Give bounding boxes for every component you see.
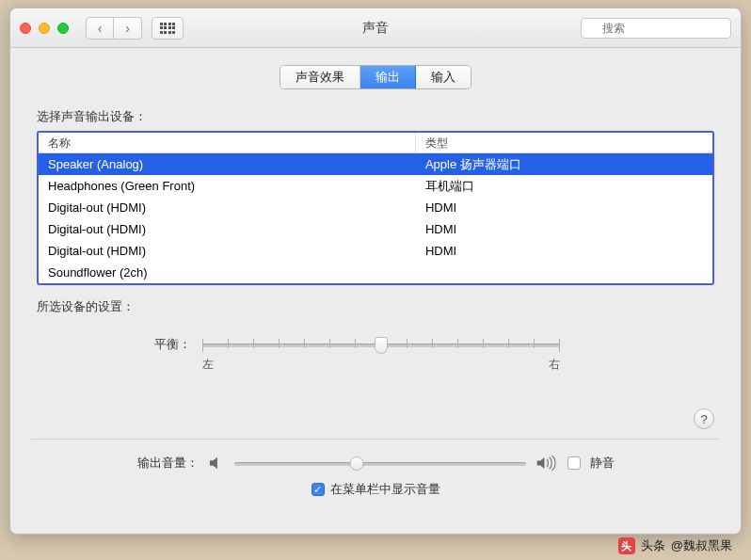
help-button[interactable]: ? [694, 408, 714, 429]
column-type[interactable]: 类型 [416, 133, 712, 152]
traffic-lights [20, 23, 69, 34]
column-name[interactable]: 名称 [39, 133, 416, 152]
chevron-left-icon: ‹ [98, 21, 103, 36]
maximize-button[interactable] [57, 23, 69, 34]
table-row[interactable]: Digital-out (HDMI) HDMI [39, 218, 712, 240]
slider-track [234, 462, 526, 466]
help-row: ? [37, 408, 714, 429]
balance-slider[interactable] [202, 336, 560, 353]
mute-checkbox[interactable] [567, 456, 581, 470]
sound-preferences-window: ‹ › 声音 声音效果 输出 输入 选择声音输出设备： 名称 类型 [9, 8, 742, 535]
minimize-button[interactable] [39, 23, 50, 34]
device-type: HDMI [416, 240, 712, 262]
device-name: Speaker (Analog) [39, 153, 416, 175]
volume-slider[interactable] [234, 455, 526, 472]
show-in-menubar-checkbox[interactable] [312, 483, 325, 496]
divider [31, 439, 720, 440]
table-row[interactable]: Digital-out (HDMI) HDMI [39, 197, 712, 218]
speaker-high-icon [535, 455, 558, 472]
tab-input[interactable]: 输入 [416, 66, 471, 88]
mute-label: 静音 [590, 455, 615, 472]
tab-segment: 声音效果 输出 输入 [280, 65, 471, 89]
balance-row: 平衡： [150, 336, 714, 353]
back-button[interactable]: ‹ [86, 17, 114, 40]
grid-icon [160, 23, 176, 34]
chevron-right-icon: › [125, 21, 130, 36]
balance-label: 平衡： [150, 336, 191, 353]
table-row[interactable]: Soundflower (2ch) [39, 262, 712, 283]
device-table: 名称 类型 Speaker (Analog) Apple 扬声器端口 Headp… [37, 131, 714, 285]
nav-buttons: ‹ › [86, 17, 142, 40]
device-type: 耳机端口 [416, 175, 712, 197]
table-row[interactable]: Speaker (Analog) Apple 扬声器端口 [39, 153, 712, 175]
titlebar: ‹ › 声音 [10, 8, 741, 48]
volume-row: 输出音量： 静音 [37, 455, 714, 472]
search-input[interactable] [581, 18, 731, 39]
device-name: Headphones (Green Front) [39, 175, 416, 197]
forward-button[interactable]: › [114, 17, 142, 40]
table-row[interactable]: Headphones (Green Front) 耳机端口 [39, 175, 712, 197]
show-all-button[interactable] [152, 17, 184, 40]
attribution-author: @魏叔黑果 [671, 537, 732, 554]
select-device-label: 选择声音输出设备： [37, 108, 714, 125]
device-type: HDMI [416, 218, 712, 240]
device-type [416, 262, 712, 283]
balance-right-label: 右 [549, 357, 560, 373]
tab-output[interactable]: 输出 [360, 66, 416, 88]
tab-sound-effects[interactable]: 声音效果 [280, 66, 360, 88]
close-button[interactable] [20, 23, 31, 34]
device-name: Digital-out (HDMI) [39, 218, 416, 240]
tabs: 声音效果 输出 输入 [37, 65, 714, 89]
volume-label: 输出音量： [137, 455, 199, 472]
balance-left-label: 左 [202, 357, 214, 373]
device-name: Digital-out (HDMI) [39, 197, 416, 218]
balance-thumb[interactable] [375, 337, 388, 354]
device-type: HDMI [416, 197, 712, 218]
content: 声音效果 输出 输入 选择声音输出设备： 名称 类型 Speaker (Anal… [10, 48, 741, 511]
table-row[interactable]: Digital-out (HDMI) HDMI [39, 240, 712, 262]
show-in-menubar-label: 在菜单栏中显示音量 [330, 481, 440, 498]
device-name: Soundflower (2ch) [39, 262, 416, 283]
device-name: Digital-out (HDMI) [39, 240, 416, 262]
menubar-row: 在菜单栏中显示音量 [37, 481, 714, 498]
search-wrap [581, 18, 731, 39]
attribution: 头 头条 @魏叔黑果 [618, 537, 732, 554]
device-type: Apple 扬声器端口 [416, 153, 712, 175]
toutiao-logo-icon: 头 [618, 537, 635, 554]
attribution-prefix: 头条 [641, 537, 665, 554]
speaker-low-icon [208, 456, 225, 471]
device-settings-label: 所选设备的设置： [37, 298, 714, 315]
volume-thumb[interactable] [349, 456, 363, 471]
balance-marks: 左 右 [202, 357, 560, 373]
table-header: 名称 类型 [39, 133, 712, 153]
